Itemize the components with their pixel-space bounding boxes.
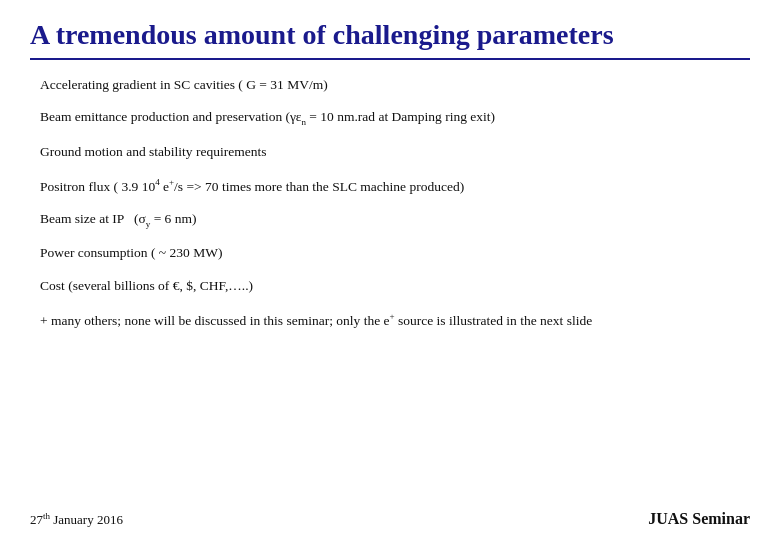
footer-date: 27th January 2016: [30, 511, 123, 528]
content-area: Accelerating gradient in SC cavities ( G…: [30, 76, 750, 331]
bullet-power-consumption: Power consumption ( ~ 230 MW): [40, 244, 740, 263]
bullet-many-others: + many others; none will be discussed in…: [40, 310, 740, 330]
bullet-ground-motion: Ground motion and stability requirements: [40, 143, 740, 162]
footer-seminar-name: JUAS Seminar: [648, 510, 750, 528]
footer: 27th January 2016 JUAS Seminar: [30, 510, 750, 528]
bullet-accelerating-gradient: Accelerating gradient in SC cavities ( G…: [40, 76, 740, 95]
bullet-cost: Cost (several billions of €, $, CHF,…..): [40, 277, 740, 296]
bullet-beam-size: Beam size at IP (σy = 6 nm): [40, 210, 740, 230]
bullet-beam-emittance: Beam emittance production and preservati…: [40, 108, 740, 128]
title-underline: [30, 58, 750, 60]
slide-title: A tremendous amount of challenging param…: [30, 18, 750, 52]
bullet-positron-flux: Positron flux ( 3.9 104 e+/s => 70 times…: [40, 176, 740, 196]
slide-container: A tremendous amount of challenging param…: [0, 0, 780, 540]
